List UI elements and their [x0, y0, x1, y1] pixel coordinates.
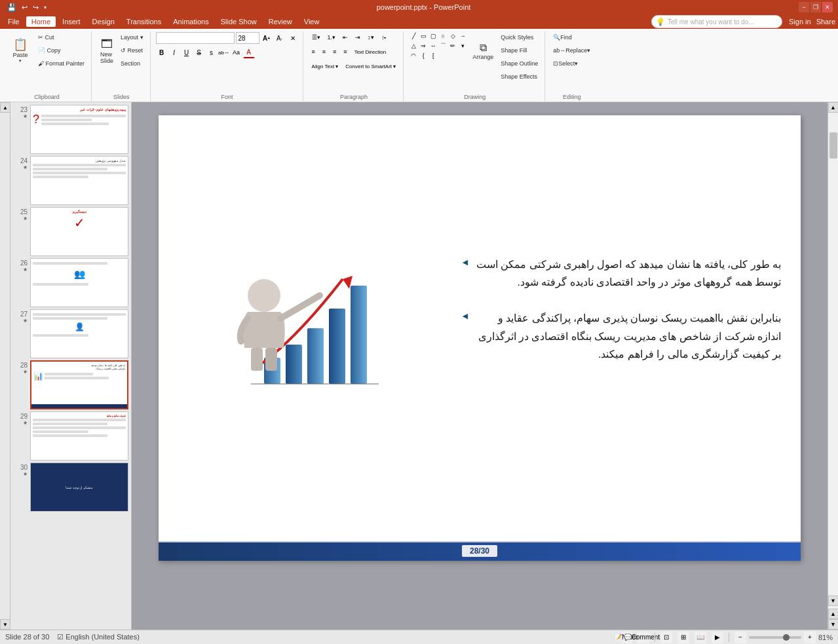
font-color-button[interactable]: A — [243, 47, 255, 58]
justify-button[interactable]: ≡ — [340, 46, 350, 58]
vscroll-thumb[interactable] — [829, 132, 837, 159]
slide-item-27[interactable]: 27 ★ 👤 — [13, 309, 128, 358]
slide-thumb-24[interactable]: مدل مفهومی پژوهش — [30, 156, 128, 205]
shadow-button[interactable]: s — [206, 47, 218, 58]
quick-styles-button[interactable]: Quick Styles — [498, 31, 541, 43]
menu-insert[interactable]: Insert — [57, 16, 86, 27]
slideshow-button[interactable]: ▶ — [712, 632, 723, 643]
slide-item-26[interactable]: 26 ★ 👥 — [13, 258, 128, 307]
reading-view-button[interactable]: 📖 — [695, 632, 706, 643]
shape-rtarrow-btn[interactable]: ⇒ — [419, 41, 428, 50]
align-left-button[interactable]: ≡ — [309, 46, 318, 58]
shape-ellipse-btn[interactable]: ○ — [438, 31, 448, 41]
find-button[interactable]: 🔍 Find — [550, 31, 575, 43]
section-button[interactable]: Section — [118, 58, 146, 69]
replace-button[interactable]: ab↔ Replace ▾ — [550, 45, 593, 56]
slide-thumb-30[interactable]: متشکر از توجه شما — [30, 463, 128, 512]
font-size-box[interactable]: 28 — [236, 32, 259, 44]
menu-file[interactable]: File — [3, 16, 25, 27]
shape-dbl-btn[interactable]: ↔ — [429, 41, 438, 50]
slide-item-25[interactable]: 25 ★ نتیجه‌گیری ✓ — [13, 207, 128, 256]
vscroll-expand-up[interactable]: ▲ — [828, 609, 839, 619]
slide-item-23[interactable]: 23 ★ پیوند پژوهشهای علوم - اثرات غیر ? — [13, 105, 128, 154]
spacing-button[interactable]: ab↔ — [218, 47, 230, 58]
slide-item-28[interactable]: 28 ★ به طور کلی، یافته ها نشان میدهد بنا… — [13, 360, 128, 409]
line-spacing-button[interactable]: ↕▾ — [364, 31, 377, 43]
shape-rect-btn[interactable]: ▭ — [419, 31, 428, 41]
save-icon[interactable]: 💾 — [5, 3, 18, 12]
increase-indent-button[interactable]: ⇥ — [352, 31, 364, 43]
shape-freeform-btn[interactable]: ✏ — [448, 41, 457, 50]
minimize-button[interactable]: − — [799, 2, 809, 12]
copy-button[interactable]: 📄 Copy — [35, 45, 87, 56]
slide-item-30[interactable]: 30 ★ متشکر از توجه شما — [13, 463, 128, 512]
text-direction-button[interactable]: Text Direction — [351, 46, 389, 58]
slide-thumb-25[interactable]: نتیجه‌گیری ✓ — [30, 207, 128, 256]
qa-dropdown-icon[interactable]: ▾ — [42, 5, 48, 10]
slide-sorter-button[interactable]: ⊞ — [677, 632, 689, 643]
shape-more-btn[interactable]: ▾ — [458, 41, 467, 50]
slide-thumb-27[interactable]: 👤 — [30, 309, 128, 358]
italic-button[interactable]: I — [168, 47, 180, 58]
bold-button[interactable]: B — [156, 47, 168, 58]
undo-icon[interactable]: ↩ — [20, 3, 29, 12]
menu-transitions[interactable]: Transitions — [121, 16, 166, 27]
shape-arc-btn[interactable]: ◠ — [409, 51, 418, 60]
tell-me-input[interactable]: 💡 Tell me what you want to do... — [651, 15, 782, 28]
select-button[interactable]: ⊡ Select ▾ — [550, 58, 581, 69]
font-case-button[interactable]: Aa — [231, 47, 242, 58]
shape-fill-button[interactable]: Shape Fill — [498, 45, 541, 56]
share-button[interactable]: Share — [816, 18, 835, 26]
arrange-button[interactable]: ⧉ Arrange — [469, 31, 497, 71]
slide-item-29[interactable]: 29 ★ تعریف منابع و منابع — [13, 411, 128, 461]
shape-diamond-btn[interactable]: ◇ — [448, 31, 457, 41]
zoom-track[interactable] — [749, 636, 801, 639]
shape-arrow-btn[interactable]: → — [458, 31, 467, 41]
align-center-button[interactable]: ≡ — [319, 46, 329, 58]
vscroll-down-button[interactable]: ▼ — [828, 596, 839, 606]
align-right-button[interactable]: ≡ — [330, 46, 339, 58]
redo-icon[interactable]: ↪ — [31, 3, 41, 12]
sign-in-button[interactable]: Sign in — [789, 18, 811, 26]
slide-thumb-29[interactable]: تعریف منابع و منابع — [30, 411, 128, 461]
new-slide-button[interactable]: 🗔 NewSlide — [97, 31, 117, 71]
convert-smartart-button[interactable]: Convert to SmartArt ▾ — [342, 60, 399, 72]
restore-button[interactable]: ❐ — [810, 2, 821, 12]
decrease-font-button[interactable]: A- — [274, 32, 286, 44]
cut-button[interactable]: ✂ Cut — [35, 31, 87, 43]
font-name-box[interactable] — [156, 32, 235, 44]
shape-bracket-btn[interactable]: [ — [429, 51, 438, 60]
slide-item-24[interactable]: 24 ★ مدل مفهومی پژوهش — [13, 156, 128, 205]
close-button[interactable]: ✕ — [822, 2, 833, 12]
shape-rounded-btn[interactable]: ▢ — [429, 31, 438, 41]
vscroll-up-button[interactable]: ▲ — [828, 102, 839, 113]
shape-brace-btn[interactable]: { — [419, 51, 428, 60]
numbering-button[interactable]: 1.▾ — [324, 31, 339, 43]
format-painter-button[interactable]: 🖌 Format Painter — [35, 58, 87, 69]
scroll-up-arrow[interactable]: ▲ — [0, 102, 10, 113]
paste-button[interactable]: 📋 Paste ▾ — [7, 31, 34, 71]
zoom-out-button[interactable]: − — [734, 632, 746, 643]
reset-button[interactable]: ↺ Reset — [118, 45, 146, 56]
zoom-in-button[interactable]: + — [804, 632, 816, 643]
menu-home[interactable]: Home — [26, 16, 56, 27]
layout-button[interactable]: Layout ▾ — [118, 31, 146, 43]
comments-button[interactable]: 💬 Comments — [638, 632, 649, 643]
slide-thumb-28[interactable]: به طور کلی، یافته ها نشان میدهد بنابراین… — [30, 360, 128, 409]
shape-curve-btn[interactable]: ⌒ — [438, 41, 448, 50]
menu-animations[interactable]: Animations — [168, 16, 214, 27]
shape-line-btn[interactable]: ╱ — [409, 31, 418, 41]
decrease-indent-button[interactable]: ⇤ — [339, 31, 351, 43]
increase-font-button[interactable]: A+ — [261, 32, 273, 44]
shape-outline-button[interactable]: Shape Outline — [498, 58, 541, 69]
shape-tri-btn[interactable]: △ — [409, 41, 418, 50]
menu-slideshow[interactable]: Slide Show — [216, 16, 262, 27]
slide-thumb-23[interactable]: پیوند پژوهشهای علوم - اثرات غیر ? — [30, 105, 128, 154]
clear-format-button[interactable]: ✕ — [287, 32, 299, 44]
menu-review[interactable]: Review — [263, 16, 297, 27]
strikethrough-button[interactable]: S — [193, 47, 205, 58]
columns-button[interactable]: ⫶▾ — [378, 31, 390, 43]
slide-thumb-26[interactable]: 👥 — [30, 258, 128, 307]
vscroll-expand-down[interactable]: ▼ — [828, 619, 839, 630]
bullets-button[interactable]: ☰▾ — [309, 31, 324, 43]
